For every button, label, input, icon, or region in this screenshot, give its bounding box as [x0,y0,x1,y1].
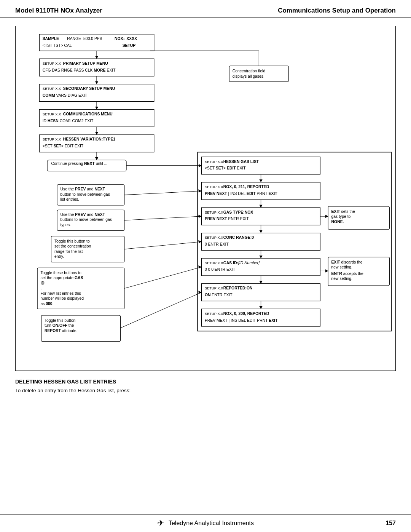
svg-text:For new list entries this: For new list entries this [40,291,81,296]
svg-text:SETUP X.X: SETUP X.X [43,87,61,91]
svg-text:CONC RANGE:0: CONC RANGE:0 [223,235,254,240]
svg-text:new setting.: new setting. [331,265,352,269]
svg-text:button to move between gas: button to move between gas [60,192,110,197]
svg-marker-13 [95,81,98,84]
svg-marker-53 [259,230,262,233]
svg-text:entry.: entry. [54,254,64,259]
svg-text:SETUP X.X: SETUP X.X [205,286,223,290]
page-footer: ✈ Teledyne Analytical Instruments 157 [0,514,411,532]
svg-text:SETUP: SETUP [123,43,136,48]
svg-text:NONE.: NONE. [331,220,344,224]
svg-text:Toggle these buttons to: Toggle these buttons to [40,271,81,275]
page-header: Model 9110TH NOx Analyzer Communications… [0,0,411,18]
diagram-container: SAMPLE RANGE=500.0 PPB NOX= XXXX <TST TS… [15,26,396,371]
svg-text:NOX, 0, 211, REPORTED: NOX, 0, 211, REPORTED [223,185,269,189]
svg-text:GAS TYPE:NOX: GAS TYPE:NOX [223,210,253,214]
svg-text:Concentration field: Concentration field [233,69,266,73]
svg-text:NOX= XXXX: NOX= XXXX [115,37,137,41]
svg-text:Continue pressing NEXT until .: Continue pressing NEXT until ... [51,161,108,166]
svg-line-114 [120,292,201,328]
svg-text:SETUP X.X: SETUP X.X [43,112,61,116]
svg-line-108 [124,267,202,288]
svg-text:as 000.: as 000. [40,302,53,306]
svg-marker-92 [198,215,201,218]
svg-line-85 [124,191,202,195]
svg-text:REPORT attribute.: REPORT attribute. [45,329,78,333]
footer-company: Teledyne Analytical Instruments [169,520,254,527]
svg-text:SETUP X.X: SETUP X.X [205,211,223,214]
svg-text:HESSEN GAS LIST: HESSEN GAS LIST [223,160,259,164]
svg-text:SAMPLE: SAMPLE [43,37,59,41]
svg-text:SETUP X.X: SETUP X.X [205,312,223,316]
svg-text:SETUP X.X: SETUP X.X [205,185,223,189]
section-body: To delete an entry from the Hessen Gas l… [15,388,396,393]
page-number: 157 [386,520,396,527]
svg-text:SETUP X.X: SETUP X.X [43,62,61,66]
svg-text:turn ON/OFF the: turn ON/OFF the [45,323,74,328]
svg-text:ID: ID [40,281,45,285]
svg-marker-33 [95,157,98,160]
svg-text:SETUP X.X: SETUP X.X [205,261,223,265]
section-title: DELETING HESSEN GAS LIST ENTRIES [15,379,396,385]
svg-text:CFG  DAS  RNGE PASS  CLK  MORE: CFG DAS RNGE PASS CLK MORE EXIT [43,68,116,72]
svg-text:COMM  VARS  DIAG              : COMM VARS DIAG EXIT [43,93,88,97]
section-block: DELETING HESSEN GAS LIST ENTRIES To dele… [15,379,396,393]
header-left: Model 9110TH NOx Analyzer [15,7,102,14]
svg-marker-99 [198,240,201,243]
svg-text:Toggle this button: Toggle this button [45,318,76,323]
svg-text:types.: types. [60,223,71,227]
svg-text:new setting.: new setting. [331,276,352,281]
svg-marker-25 [95,132,98,135]
svg-text:GAS ID:[ID Number]: GAS ID:[ID Number] [223,261,260,265]
header-right: Communications Setup and Operation [278,7,396,14]
svg-marker-71 [259,306,262,309]
svg-text:gas type to: gas type to [331,214,351,219]
svg-text:.: . [40,286,41,290]
svg-text:SETUP X.X: SETUP X.X [43,137,61,141]
svg-text:Use the PREV and NEXT: Use the PREV and NEXT [60,212,105,217]
svg-text:PREV NEXT                    E: PREV NEXT ENTR EXIT [205,217,249,221]
svg-marker-121 [325,215,328,218]
svg-marker-47 [259,205,262,208]
svg-text:number will be displayed: number will be displayed [40,296,84,300]
svg-text:PRIMARY SETUP MENU: PRIMARY SETUP MENU [63,61,108,66]
svg-marker-35 [199,164,201,167]
svg-text:SECONDARY SETUP MENU: SECONDARY SETUP MENU [63,86,115,91]
svg-text:Toggle this button to: Toggle this button to [54,239,90,243]
svg-text:NOX, 0, 200, REPORTED: NOX, 0, 200, REPORTED [223,312,269,316]
svg-text:0   0   0                     : 0 0 0 ENTR EXIT [205,267,236,272]
svg-text:set the concentration: set the concentration [54,244,91,248]
svg-text:range for the list: range for the list [54,249,83,254]
svg-text:COMMUNICATIONS MENU: COMMUNICATIONS MENU [63,112,113,116]
svg-text:ON                           E: ON ENTR EXIT [205,293,233,297]
svg-text:HESSEN VARIATION:TYPE1: HESSEN VARIATION:TYPE1 [63,137,116,141]
svg-text:RANGE=500.0 PPB: RANGE=500.0 PPB [67,37,102,41]
svg-text:0                            E: 0 ENTR EXIT [205,242,229,246]
svg-marker-86 [198,189,201,192]
svg-text:Use the PREV and NEXT: Use the PREV and NEXT [60,187,105,191]
svg-marker-19 [95,107,98,109]
svg-text:<SET  SET>  EDIT              : <SET SET> EDIT EXIT [205,166,246,170]
svg-text:ENTR accepts the: ENTR accepts the [331,272,363,276]
svg-text:PREV MEXT  |  INS  DEL  EDIT  : PREV MEXT | INS DEL EDIT PRNT EXIT [205,318,278,323]
diagram-svg: SAMPLE RANGE=500.0 PPB NOX= XXXX <TST TS… [16,26,395,371]
svg-text:SETUP X.X: SETUP X.X [205,160,223,164]
svg-marker-7 [95,56,98,59]
svg-text:EXIT sets the: EXIT sets the [331,209,355,214]
svg-text:ID   HESN  COM1 COM2          : ID HESN COM1 COM2 EXIT [43,119,94,123]
svg-rect-129 [198,152,391,331]
svg-line-98 [124,242,202,249]
svg-text:buttons to move between gas: buttons to move between gas [60,217,112,222]
main-content: SAMPLE RANGE=500.0 PPB NOX= XXXX <TST TS… [0,18,411,401]
svg-line-91 [124,216,202,220]
svg-text:<SET  SET>  EDIT              : <SET SET> EDIT EXIT [43,144,84,148]
svg-text:EXIT discards the: EXIT discards the [331,260,363,264]
svg-marker-109 [198,265,201,268]
svg-text:REPORTED:ON: REPORTED:ON [223,286,253,290]
svg-text:displays all gases.: displays all gases. [233,74,264,78]
svg-text:SETUP X.X: SETUP X.X [205,236,223,240]
svg-marker-41 [259,179,262,182]
svg-rect-76 [229,66,288,82]
svg-text:list entries.: list entries. [60,197,79,201]
svg-text:<TST  TST>  CAL: <TST TST> CAL [43,43,72,48]
